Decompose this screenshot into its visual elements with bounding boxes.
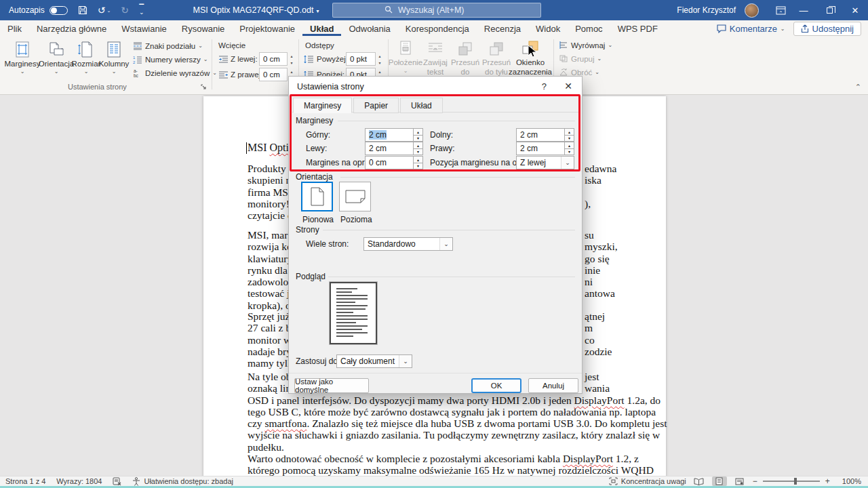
- tab-wstawianie[interactable]: Wstawianie: [114, 22, 174, 35]
- save-icon[interactable]: [78, 5, 87, 15]
- document-title[interactable]: MSI Optix MAG274QRF-QD.odt▾: [193, 5, 319, 15]
- multiple-pages-select[interactable]: Standardowo ⌄: [363, 237, 453, 251]
- page-indicator[interactable]: Strona 1 z 4: [5, 477, 45, 485]
- autosave-toggle[interactable]: [50, 6, 68, 15]
- apply-to-select[interactable]: Cały dokument ⌄: [336, 354, 412, 368]
- read-mode-button[interactable]: [692, 476, 707, 486]
- comments-button[interactable]: Komentarze⌄: [717, 24, 785, 34]
- group-button: Grupuj⌄: [559, 54, 601, 63]
- help-icon[interactable]: ?: [542, 81, 547, 92]
- margins-icon: [14, 39, 31, 60]
- svg-text:2: 2: [133, 60, 136, 64]
- autosave-label: Autozapis: [9, 5, 45, 15]
- annotation-red-box: [290, 94, 580, 171]
- columns-icon: [106, 39, 122, 60]
- focus-mode-button[interactable]: Koncentracja uwagi: [609, 477, 686, 485]
- columns-button[interactable]: Kolumny⌄: [99, 39, 129, 84]
- orientation-button[interactable]: Orientacja⌄: [41, 39, 72, 84]
- tab-plik[interactable]: Plik: [0, 22, 29, 35]
- zoom-in-button[interactable]: +: [825, 476, 830, 486]
- portrait-option[interactable]: [301, 182, 333, 211]
- restore-button[interactable]: [816, 0, 842, 20]
- dialog-close-icon[interactable]: ✕: [564, 81, 572, 92]
- tab-recenzja[interactable]: Recenzja: [477, 22, 528, 35]
- status-bar: Strona 1 z 4 Wyrazy: 1804 Ułatwienia dos…: [0, 476, 868, 486]
- indent-right-input[interactable]: 0 cm: [259, 68, 288, 81]
- user-name[interactable]: Fiedor Krzysztof: [677, 5, 736, 15]
- share-button[interactable]: Udostępnij: [793, 22, 861, 36]
- close-button[interactable]: ✕: [842, 0, 868, 20]
- zoom-level[interactable]: 100%: [842, 477, 861, 485]
- orientation-icon: [47, 39, 65, 60]
- undo-icon[interactable]: ↺⌄: [98, 5, 111, 15]
- hyphenation-icon: a-bc: [133, 68, 142, 77]
- minimize-button[interactable]: —: [791, 0, 816, 20]
- word-count[interactable]: Wyrazy: 1804: [56, 477, 102, 485]
- accessibility-status[interactable]: Ułatwienia dostępu: zbadaj: [132, 477, 233, 486]
- document-text-line: tego USB C, które może być zarówno dosta…: [248, 406, 619, 418]
- zoom-slider-thumb[interactable]: [794, 478, 797, 485]
- line-numbers-button[interactable]: 12 Numery wierszy⌄: [133, 55, 208, 64]
- tab-korespondencja[interactable]: Korespondencja: [398, 22, 477, 35]
- tab-uklad[interactable]: Układ: [302, 22, 341, 36]
- zoom-out-button[interactable]: −: [753, 476, 757, 486]
- margins-button[interactable]: Marginesy⌄: [5, 39, 39, 84]
- orientation-section-label: Orientacja: [296, 172, 333, 182]
- tab-narzedzia-glowne[interactable]: Narzędzia główne: [29, 22, 114, 35]
- spacing-before-input[interactable]: 0 pkt: [346, 52, 376, 66]
- avatar[interactable]: [745, 3, 759, 18]
- pages-section-label: Strony: [296, 225, 319, 235]
- align-button[interactable]: Wyrównaj⌄: [559, 41, 612, 49]
- preview-section-label: Podgląd: [296, 272, 326, 281]
- proofing-errors-icon[interactable]: [113, 477, 121, 485]
- position-icon: [398, 39, 413, 58]
- spacing-before-label: Powyżej:: [317, 55, 348, 63]
- align-icon: [559, 41, 568, 49]
- search-placeholder: Wyszukaj (Alt+M): [398, 5, 464, 15]
- landscape-option[interactable]: [339, 182, 371, 211]
- size-button[interactable]: Rozmiar⌄: [72, 39, 100, 84]
- portrait-label: Pionowa: [302, 215, 334, 224]
- page-setup-dialog-launcher[interactable]: [201, 81, 208, 94]
- send-backward-icon: [488, 39, 505, 58]
- collapse-ribbon-icon[interactable]: ⌃: [855, 83, 861, 92]
- svg-text:1: 1: [133, 56, 136, 60]
- position-button: Położenie⌄: [391, 39, 420, 74]
- indent-left-input[interactable]: 0 cm: [259, 52, 288, 66]
- tab-pomoc[interactable]: Pomoc: [568, 22, 610, 35]
- breaks-icon: [133, 41, 142, 50]
- breaks-button[interactable]: Znaki podziału⌄: [133, 41, 203, 50]
- accessibility-icon: [132, 477, 140, 486]
- dialog-title: Ustawienia strony: [297, 82, 364, 92]
- customize-quick-access-icon[interactable]: ▔⌄: [139, 5, 144, 15]
- tab-widok[interactable]: Widok: [528, 22, 568, 35]
- zoom-slider[interactable]: [763, 481, 820, 482]
- cancel-button[interactable]: Anuluj: [528, 378, 578, 393]
- set-default-button[interactable]: Ustaw jako domyślne: [294, 378, 369, 393]
- spacing-before-spinner[interactable]: ▴▾: [376, 52, 384, 66]
- document-text-line: wyjście na słuchawki i gniazdo zasilania…: [248, 429, 619, 441]
- comment-icon: [717, 24, 726, 33]
- web-layout-button[interactable]: [732, 476, 747, 486]
- tab-rysowanie[interactable]: Rysowanie: [174, 22, 233, 35]
- apply-to-label: Zastosuj do:: [296, 357, 340, 366]
- document-text-line: pudełku.: [248, 441, 619, 453]
- hyphenation-button[interactable]: a-bc Dzielenie wyrazów⌄: [133, 68, 217, 77]
- size-icon: [77, 39, 95, 60]
- tab-projektowanie[interactable]: Projektowanie: [232, 22, 302, 35]
- text-cursor: [246, 142, 247, 154]
- document-text-line: czy smartfona. Znalazło się też miejsce …: [248, 418, 619, 429]
- ok-button[interactable]: OK: [471, 378, 521, 393]
- indent-left-spinner[interactable]: ▴▾: [288, 52, 296, 66]
- title-dropdown-icon: ▾: [316, 8, 319, 14]
- dialog-title-bar[interactable]: Ustawienia strony ? ✕: [289, 77, 582, 96]
- svg-text:bc: bc: [134, 73, 139, 77]
- tab-odwolania[interactable]: Odwołania: [341, 22, 397, 35]
- tab-wps-pdf[interactable]: WPS PDF: [610, 22, 665, 35]
- ribbon-display-options-icon[interactable]: [770, 0, 791, 20]
- bring-forward-icon: [457, 39, 473, 58]
- indent-left-icon: [218, 54, 229, 66]
- paragraph: Warto odnotować obecność w komplecie z p…: [248, 453, 619, 476]
- print-layout-button[interactable]: [712, 476, 727, 486]
- search-input[interactable]: Wyszukaj (Alt+M): [332, 3, 541, 18]
